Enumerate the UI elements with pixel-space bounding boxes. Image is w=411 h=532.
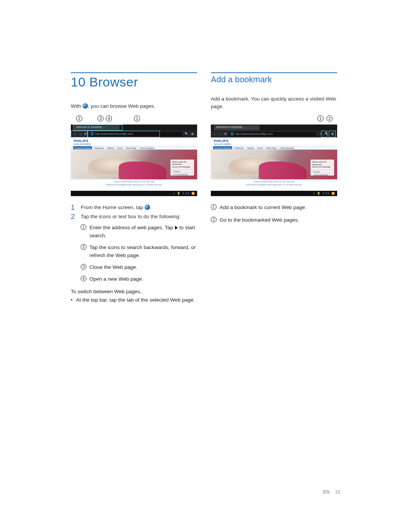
forward-icon: → — [78, 132, 82, 136]
site-top-nav: Consumer Products Healthcare Lighting So… — [71, 146, 197, 150]
intro-before: With — [71, 103, 83, 109]
substep-num: 4 — [81, 276, 86, 281]
intro-text: With , you can browse Web pages. — [71, 102, 197, 110]
step-text: Tap the icons or text box to do the foll… — [81, 213, 181, 221]
substep-num: 2 — [81, 244, 86, 250]
section-rule — [211, 72, 337, 73]
browser-toolbar: ← → ⟳ http://www.welcome.philips.com ☆ 🔍… — [211, 131, 337, 137]
substep-num: 1 — [81, 224, 86, 230]
callout-2: 2 — [76, 115, 82, 121]
system-bar: ⇩ 🔋 3:53 📶 — [71, 191, 197, 196]
substep-row: 3 Close the Web page. — [81, 264, 197, 272]
nav-item: Select Page — [125, 146, 137, 149]
browser-globe-icon — [145, 204, 150, 210]
switch-section: To switch between Web pages, At the top … — [71, 288, 197, 304]
sys-icon: ⇩ — [173, 192, 175, 195]
philips-tagline: sense and simplicity — [74, 143, 91, 145]
footer-copy: ©2004-2011 Koninklijke Philips Electroni… — [211, 183, 337, 186]
browser-toolbar: ← → ⟳ http://www.welcome.philips.com 🔍 ▥ — [71, 131, 197, 137]
step-row: 2 Tap the icons or text box to do the fo… — [71, 213, 197, 221]
list-row: 1 Add a bookmark to current Web page. — [211, 204, 337, 212]
nav-item: Online Shopping — [279, 146, 295, 149]
callout-3: 3 — [97, 115, 104, 121]
substep-text: Tap the icons to search backwards, forwa… — [89, 244, 197, 260]
chapter-title: 10 Browser — [71, 75, 197, 89]
screenshot-callouts-top: 1 2 — [211, 115, 337, 125]
site-top-nav: Consumer Products Healthcare Lighting So… — [211, 146, 337, 150]
step-number: 1 — [71, 204, 76, 212]
nav-item: Online Shopping — [139, 146, 155, 149]
callout-2: 2 — [327, 115, 333, 121]
page-footer: EN33 — [323, 489, 340, 495]
screenshot-callouts-top: 2 3 4 1 — [71, 115, 197, 125]
substep-text: Close the Web page. — [89, 264, 137, 272]
list-row: 2 Go to the bookmarked Web pages. — [211, 216, 337, 224]
star-icon: ☆ — [318, 132, 323, 136]
hero-box-line1: Please select the appropriate — [312, 161, 333, 166]
footer-copy: ©2004-2011 Koninklijke Philips Electroni… — [71, 183, 197, 186]
switch-heading: To switch between Web pages, — [71, 288, 197, 296]
footer-lang: EN — [323, 489, 330, 495]
footer-page-number: 33 — [335, 489, 340, 495]
hero-box-line2: country and language — [172, 166, 193, 168]
substep-row: 4 Open a new Web page. — [81, 275, 197, 283]
substep-row: 2 Tap the icons to search backwards, for… — [81, 244, 197, 260]
substep-text: Open a new Web page. — [89, 275, 143, 283]
refresh-icon: ⟳ — [84, 132, 88, 136]
list-text: Add a bookmark to current Web page. — [220, 204, 306, 212]
bookmarks-icon: ▥ — [190, 132, 195, 136]
list-num: 1 — [211, 204, 217, 210]
hero-box-select: Choose country/language — [312, 170, 333, 173]
footer-links: Global | Privacy Policy | Terms of use |… — [71, 180, 197, 183]
switch-bullet: At the top bar, tap the tab of the selec… — [71, 296, 197, 304]
site-footer: Global | Privacy Policy | Terms of use |… — [71, 180, 197, 186]
nav-item: Consumer Products — [213, 146, 232, 149]
hero-selector-box: Please select the appropriate country an… — [170, 160, 194, 176]
bookmark-callout-list: 1 Add a bookmark to current Web page. 2 … — [211, 204, 337, 224]
browser-globe-icon — [83, 103, 88, 109]
nav-item: Sound — [256, 146, 264, 149]
callout-4: 4 — [106, 115, 112, 121]
nav-item: Lighting — [106, 146, 115, 149]
intro-after: , you can browse Web pages. — [88, 103, 156, 109]
search-icon: 🔍 — [184, 132, 189, 136]
hero-box-line2: country and language — [312, 166, 333, 168]
philips-tagline: sense and simplicity — [214, 143, 231, 145]
clock: 3:53 — [322, 192, 330, 195]
browser-tab: Welcome to Simplicity … — [74, 125, 119, 130]
forward-icon: → — [218, 132, 222, 136]
back-icon: ← — [213, 132, 217, 136]
hero-text: Welcome to simplicity — [75, 173, 118, 177]
substep-text: Enter the address of web pages. Tap to s… — [89, 224, 197, 240]
sys-icon: ⇩ — [313, 192, 315, 195]
step-row: 1 From the Home screen, tap . — [71, 204, 197, 212]
substep-row: 1 Enter the address of web pages. Tap to… — [81, 224, 197, 240]
hero-text: Welcome to simplicity — [215, 173, 258, 177]
section-rule — [71, 72, 197, 73]
browser-screenshot-right: Welcome to Simplicity … ← → ⟳ http://www… — [211, 125, 337, 196]
section-title: Add a bookmark — [211, 75, 337, 85]
hero-box-select: Choose country/language — [172, 169, 193, 173]
list-num: 2 — [211, 217, 217, 222]
philips-logo: PHILIPS — [214, 139, 229, 143]
site-footer: Global | Privacy Policy | Terms of use |… — [211, 180, 337, 186]
step-number: 2 — [71, 213, 76, 221]
sys-icon: 📶 — [191, 192, 195, 195]
nav-item: Healthcare — [233, 146, 245, 149]
url-field: http://www.welcome.philips.com — [229, 132, 317, 136]
callout-1: 1 — [134, 115, 140, 121]
hero-image: Welcome to simplicity Please select the … — [71, 150, 197, 179]
system-bar: ⇩ 🔋 3:53 📶 — [211, 191, 337, 196]
sys-icon: 🔋 — [177, 192, 180, 195]
nav-item: Select Page — [265, 146, 277, 149]
hero-image: Welcome to simplicity Please select the … — [211, 150, 337, 179]
sys-icon: 📶 — [331, 192, 335, 195]
browser-tab: Welcome to Simplicity … — [214, 125, 260, 130]
footer-links: Global | Privacy Policy | Terms of use |… — [211, 180, 337, 183]
url-field: http://www.welcome.philips.com — [89, 132, 183, 136]
search-icon: 🔍 — [324, 132, 329, 136]
hero-box-line1: Please select the appropriate — [172, 161, 193, 166]
step-text: From the Home screen, tap . — [81, 204, 151, 212]
substep-list: 1 Enter the address of web pages. Tap to… — [81, 224, 197, 283]
sys-icon: 🔋 — [317, 192, 320, 195]
